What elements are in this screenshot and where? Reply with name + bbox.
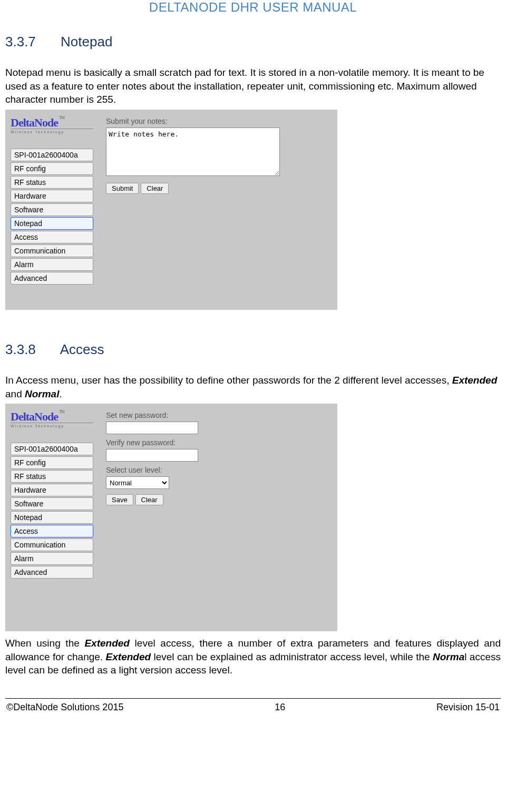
footer-rule (5, 698, 501, 699)
footer-revision: Revision 15-01 (436, 702, 500, 713)
screenshot-notepad: DeltaNodeTM Wireless Technology SPI-001a… (5, 110, 337, 310)
section-heading-notepad: 3.3.7 Notepad (5, 34, 501, 50)
logo-tm: TM (59, 409, 64, 414)
section-title: Access (60, 341, 104, 357)
sidebar-item-rf-config[interactable]: RF config (11, 456, 93, 469)
sidebar-item-communication[interactable]: Communication (11, 244, 93, 257)
notes-textarea[interactable] (106, 128, 280, 176)
sidebar-menu: SPI-001a2600400aRF configRF statusHardwa… (11, 149, 93, 285)
clear-button[interactable]: Clear (141, 183, 169, 194)
section-access-paragraph-2: When using the Extended level access, th… (5, 637, 501, 677)
save-button[interactable]: Save (106, 494, 133, 505)
deltanode-logo: DeltaNodeTM Wireless Technology (11, 116, 93, 134)
sidebar-item-rf-status[interactable]: RF status (11, 470, 93, 483)
submit-notes-label: Submit your notes: (106, 117, 280, 125)
submit-button[interactable]: Submit (106, 183, 139, 194)
sidebar-item-notepad[interactable]: Notepad (11, 217, 93, 230)
screenshot-access: DeltaNodeTM Wireless Technology SPI-001a… (5, 404, 337, 631)
sidebar-item-access[interactable]: Access (11, 231, 93, 243)
set-password-label: Set new password: (106, 411, 198, 419)
verify-password-label: Verify new password: (106, 438, 198, 447)
sidebar-item-alarm[interactable]: Alarm (11, 552, 93, 565)
sidebar: DeltaNodeTM Wireless Technology SPI-001a… (5, 404, 96, 601)
sidebar-item-access[interactable]: Access (11, 525, 93, 537)
sidebar-menu: SPI-001a2600400aRF configRF statusHardwa… (11, 443, 93, 579)
select-user-level-label: Select user level: (106, 466, 198, 474)
sidebar-item-advanced[interactable]: Advanced (11, 272, 93, 285)
deltanode-logo: DeltaNodeTM Wireless Technology (11, 410, 93, 428)
sidebar-item-software[interactable]: Software (11, 497, 93, 510)
section-access-paragraph-1: In Access menu, user has the possibility… (5, 374, 501, 400)
sidebar-item-hardware[interactable]: Hardware (11, 190, 93, 202)
logo-main: DeltaNodeTM (11, 410, 93, 424)
user-level-select[interactable]: Normal (106, 476, 169, 489)
clear-button[interactable]: Clear (135, 494, 163, 505)
sidebar-item-rf-config[interactable]: RF config (11, 162, 93, 175)
content-area-access: Set new password: Verify new password: S… (96, 404, 203, 511)
footer-copyright: ©DeltaNode Solutions 2015 (6, 702, 123, 713)
section-number: 3.3.7 (5, 34, 36, 50)
sidebar: DeltaNodeTM Wireless Technology SPI-001a… (5, 110, 96, 307)
sidebar-item-spi-001a2600400a[interactable]: SPI-001a2600400a (11, 149, 93, 161)
sidebar-item-notepad[interactable]: Notepad (11, 511, 93, 524)
sidebar-item-rf-status[interactable]: RF status (11, 176, 93, 189)
content-area-notepad: Submit your notes: Submit Clear (96, 110, 285, 199)
set-password-input[interactable] (106, 422, 198, 434)
section-heading-access: 3.3.8 Access (5, 341, 501, 358)
footer-page-number: 16 (275, 702, 285, 713)
verify-password-input[interactable] (106, 449, 198, 462)
section-notepad-paragraph: Notepad menu is basically a small scratc… (5, 66, 501, 106)
sidebar-item-hardware[interactable]: Hardware (11, 484, 93, 496)
page-footer: ©DeltaNode Solutions 2015 16 Revision 15… (5, 702, 501, 717)
logo-tm: TM (59, 115, 64, 120)
sidebar-item-software[interactable]: Software (11, 203, 93, 216)
sidebar-item-advanced[interactable]: Advanced (11, 566, 93, 579)
sidebar-item-spi-001a2600400a[interactable]: SPI-001a2600400a (11, 443, 93, 455)
logo-main: DeltaNodeTM (11, 116, 93, 130)
section-title: Notepad (61, 34, 112, 50)
section-number: 3.3.8 (5, 341, 36, 357)
document-header: DELTANODE DHR USER MANUAL (5, 0, 501, 18)
sidebar-item-communication[interactable]: Communication (11, 539, 93, 551)
sidebar-item-alarm[interactable]: Alarm (11, 258, 93, 271)
